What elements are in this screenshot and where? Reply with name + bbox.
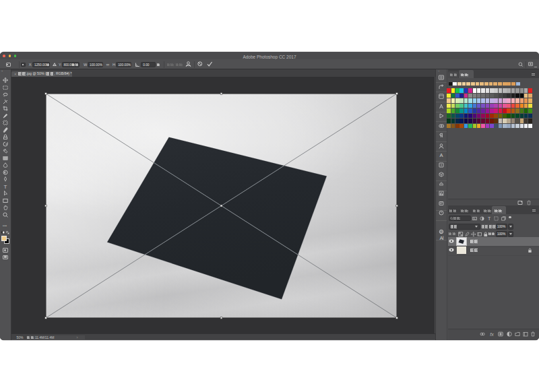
svg-text:@: @ xyxy=(439,230,443,234)
svg-text:fx: fx xyxy=(490,332,494,337)
svg-text:T: T xyxy=(3,184,7,190)
svg-text:A: A xyxy=(439,152,443,158)
svg-text:A: A xyxy=(439,235,443,241)
